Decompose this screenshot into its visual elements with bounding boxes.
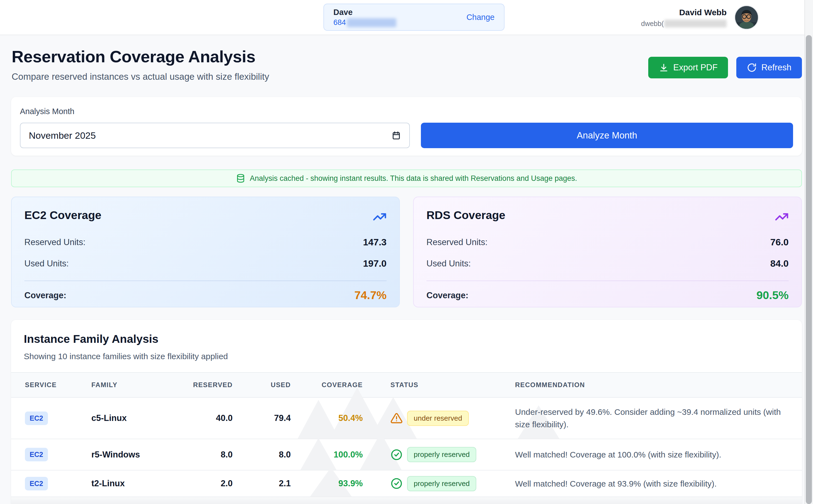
cell-service: EC2	[25, 412, 91, 425]
account-number-prefix: 684	[333, 18, 346, 27]
ec2-coverage-label: Coverage:	[24, 290, 66, 300]
account-number-row: 684	[333, 18, 396, 27]
vertical-scrollbar-track[interactable]	[804, 0, 813, 504]
cell-used: 8.0	[233, 450, 291, 460]
cell-recommendation: Well matched! Coverage at 93.9% (with si…	[515, 477, 785, 490]
database-icon	[236, 174, 245, 183]
account-number-redacted	[347, 18, 396, 27]
month-input[interactable]: November 2025	[20, 123, 410, 148]
rds-coverage-value: 90.5%	[757, 289, 789, 302]
refresh-icon	[747, 63, 757, 73]
page-heading: Reservation Coverage Analysis Compare re…	[12, 48, 269, 82]
ec2-used-row: Used Units: 197.0	[24, 258, 387, 269]
cell-family: t2-Linux	[91, 479, 177, 488]
refresh-label: Refresh	[761, 63, 791, 73]
table-row: EC2 t2-Linux 2.0 2.1 93.9% properly rese…	[11, 470, 802, 497]
ec2-reserved-row: Reserved Units: 147.3	[24, 237, 387, 248]
user-name: David Webb	[641, 7, 727, 17]
month-form-row: November 2025 Analyze Month	[20, 123, 793, 148]
status-badge: properly reserved	[407, 476, 476, 491]
cell-family: r5-Windows	[91, 450, 177, 460]
cell-reserved: 40.0	[177, 413, 233, 423]
ec2-coverage-value: 74.7%	[354, 289, 387, 302]
account-name: Dave	[333, 7, 396, 17]
cell-status: properly reserved	[363, 447, 515, 462]
rds-used-value: 84.0	[770, 258, 789, 269]
table-row: EC2 r5-Windows 8.0 8.0 100.0% properly r…	[11, 439, 802, 470]
cell-recommendation: Under-reserved by 49.6%. Consider adding…	[515, 406, 785, 431]
calendar-icon[interactable]	[392, 131, 401, 140]
ec2-card-title: EC2 Coverage	[24, 209, 387, 222]
analysis-month-card: Analysis Month November 2025 Analyze Mon…	[11, 97, 802, 156]
avatar-image	[735, 6, 758, 29]
rds-card-divider	[426, 281, 789, 281]
col-header-coverage: COVERAGE	[291, 381, 363, 389]
ec2-coverage-row: Coverage: 74.7%	[24, 289, 387, 302]
rds-card-title: RDS Coverage	[426, 209, 789, 222]
cell-used: 2.1	[233, 479, 291, 488]
col-header-recommendation: RECOMMENDATION	[515, 381, 785, 389]
cell-reserved: 2.0	[177, 479, 233, 488]
rds-used-label: Used Units:	[426, 259, 471, 269]
user-email-redacted	[664, 20, 727, 27]
status-badge: under reserved	[407, 411, 469, 426]
table-subtitle: Showing 10 instance families with size f…	[24, 352, 790, 361]
cell-recommendation: Well matched! Coverage at 100.0% (with s…	[515, 448, 785, 461]
user-email-prefix: dwebb(	[641, 20, 664, 28]
rds-coverage-row: Coverage: 90.5%	[426, 289, 789, 302]
rds-used-row: Used Units: 84.0	[426, 258, 789, 269]
export-pdf-label: Export PDF	[673, 63, 717, 73]
col-header-family: FAMILY	[91, 381, 177, 389]
page-subtitle: Compare reserved instances vs actual usa…	[12, 71, 269, 82]
alert-triangle-icon	[390, 412, 403, 424]
service-badge: EC2	[25, 448, 48, 461]
table-heading-block: Instance Family Analysis Showing 10 inst…	[11, 320, 802, 372]
account-switcher-card: Dave 684 Change	[323, 4, 505, 31]
user-text: David Webb dwebb(	[641, 7, 727, 28]
table-cutoff-strip	[11, 497, 802, 504]
ec2-reserved-label: Reserved Units:	[24, 237, 86, 247]
cell-status: properly reserved	[363, 476, 515, 491]
service-badge: EC2	[25, 477, 48, 490]
vertical-scrollbar-thumb[interactable]	[806, 35, 812, 504]
ec2-coverage-card: EC2 Coverage Reserved Units: 147.3 Used …	[11, 197, 400, 307]
cell-service: EC2	[25, 448, 91, 461]
user-email-row: dwebb(	[641, 20, 727, 28]
cache-info-banner: Analysis cached - showing instant result…	[11, 169, 802, 187]
refresh-button[interactable]: Refresh	[736, 57, 802, 78]
table-header-row: SERVICE FAMILY RESERVED USED COVERAGE ST…	[11, 372, 802, 398]
ec2-card-divider	[24, 281, 387, 281]
col-header-used: USED	[233, 381, 291, 389]
col-header-status: STATUS	[363, 381, 515, 389]
page-title: Reservation Coverage Analysis	[12, 48, 269, 66]
cell-used: 79.4	[233, 413, 291, 423]
cell-coverage: 50.4%	[291, 413, 363, 423]
instance-family-analysis-card: Instance Family Analysis Showing 10 inst…	[11, 320, 802, 504]
user-block: David Webb dwebb(	[641, 5, 759, 30]
cell-status: under reserved	[363, 411, 515, 426]
month-input-value: November 2025	[29, 130, 96, 141]
export-pdf-button[interactable]: Export PDF	[648, 57, 728, 78]
cell-reserved: 8.0	[177, 450, 233, 460]
ec2-reserved-value: 147.3	[363, 237, 387, 248]
check-circle-icon	[390, 477, 403, 490]
account-info: Dave 684	[333, 7, 396, 27]
user-avatar[interactable]	[734, 5, 759, 30]
change-account-link[interactable]: Change	[466, 13, 495, 22]
rds-reserved-label: Reserved Units:	[426, 237, 488, 247]
trending-up-icon	[373, 210, 387, 224]
rds-reserved-value: 76.0	[770, 237, 789, 248]
analysis-month-label: Analysis Month	[20, 107, 793, 116]
top-bar: Dave 684 Change David Webb dwebb(	[0, 0, 813, 35]
col-header-reserved: RESERVED	[177, 381, 233, 389]
coverage-cards: EC2 Coverage Reserved Units: 147.3 Used …	[11, 197, 802, 307]
header-actions: Export PDF Refresh	[648, 57, 802, 78]
cell-family: c5-Linux	[91, 413, 177, 423]
rds-reserved-row: Reserved Units: 76.0	[426, 237, 789, 248]
download-icon	[659, 63, 669, 73]
analyze-month-button[interactable]: Analyze Month	[421, 123, 793, 148]
cell-coverage: 100.0%	[291, 450, 363, 460]
rds-coverage-card: RDS Coverage Reserved Units: 76.0 Used U…	[413, 197, 802, 307]
col-header-service: SERVICE	[25, 381, 91, 389]
check-circle-icon	[390, 449, 403, 461]
